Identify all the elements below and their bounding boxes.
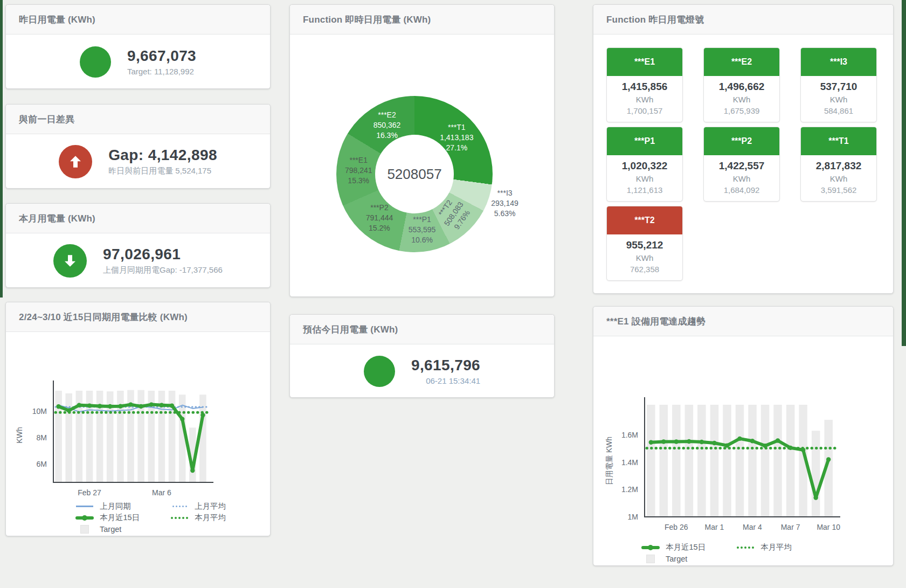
svg-text:日用電量 KWh: 日用電量 KWh	[605, 437, 613, 485]
panel-yesterday-usage: 昨日用電量 (KWh) 9,667,073 Target: 11,128,992	[5, 4, 271, 89]
stat-value: 97,026,961	[103, 246, 223, 263]
legend-item[interactable]: 本月近15日	[640, 542, 735, 553]
tile-unit: KWh	[706, 95, 777, 104]
tile-unit: KWh	[609, 253, 680, 262]
dashboard: 昨日用電量 (KWh) 9,667,073 Target: 11,128,992…	[0, 0, 906, 588]
legend-item[interactable]: 本月平均	[169, 512, 264, 523]
status-tiles-grid: ***E11,415,856KWh1,700,157***E21,496,662…	[593, 34, 893, 294]
panel-title: 預估今日用電量 (KWh)	[303, 323, 398, 336]
stat-timestamp: 06-21 15:34:41	[411, 376, 480, 385]
panel-day-gap: 與前一日差異 Gap: 4,142,898 昨日與前日用電量 5,524,175	[5, 104, 271, 189]
tile-target: 1,675,939	[706, 106, 777, 115]
panel-header: 與前一日差異	[6, 105, 270, 134]
panel-title: 昨日用電量 (KWh)	[19, 13, 95, 26]
arrow-down-icon	[53, 244, 87, 278]
svg-text:Mar 10: Mar 10	[817, 523, 840, 531]
svg-text:1.4M: 1.4M	[621, 458, 638, 467]
e1-trend-legend: 本月近15日本月平均Target	[640, 542, 829, 564]
panel-header: Function 昨日用電燈號	[593, 5, 893, 34]
tile-i3: ***I3537,710KWh584,861	[800, 47, 877, 122]
tile-p2: ***P21,422,557KWh1,684,092	[703, 127, 780, 202]
svg-text:Mar 4: Mar 4	[743, 523, 762, 531]
panel-compare-chart: 2/24~3/10 近15日同期用電量比較 (KWh) 6M8M10MFeb 2…	[5, 302, 271, 536]
legend-item[interactable]: 上月平均	[169, 501, 264, 512]
svg-text:Feb 27: Feb 27	[78, 488, 101, 497]
svg-text:Mar 7: Mar 7	[781, 523, 800, 531]
panel-title: ***E1 設備用電達成趨勢	[606, 315, 706, 328]
stat-value: Gap: 4,142,898	[108, 147, 217, 164]
panel-header: ***E1 設備用電達成趨勢	[593, 307, 893, 336]
panel-estimate-today: 預估今日用電量 (KWh) 9,615,796 06-21 15:34:41	[289, 314, 555, 398]
legend-item[interactable]: Target	[640, 553, 735, 564]
legend-item[interactable]: 上月同期	[74, 501, 169, 512]
right-edge-strip	[902, 0, 906, 346]
svg-text:KWh: KWh	[15, 427, 24, 443]
donut-slice-label: ***E2850,36216.3%	[374, 110, 401, 141]
donut-slice-label: ***P1553,59510.6%	[409, 215, 436, 245]
tile-label: ***T1	[801, 127, 876, 155]
panel-title: 2/24~3/10 近15日同期用電量比較 (KWh)	[19, 311, 188, 323]
stat-value: 9,667,073	[127, 47, 196, 65]
tile-label: ***P1	[607, 127, 682, 155]
tile-target: 1,700,157	[609, 106, 680, 115]
donut-slice-label: ***I3293,1495.63%	[491, 188, 518, 218]
panel-header: Function 即時日用電量 (KWh)	[290, 5, 554, 34]
svg-text:8M: 8M	[37, 433, 47, 442]
tile-target: 584,861	[803, 106, 874, 115]
tile-value: 2,817,832	[803, 160, 874, 172]
panel-title: 與前一日差異	[19, 113, 74, 126]
svg-text:1.2M: 1.2M	[621, 485, 638, 494]
tile-value: 955,212	[609, 239, 680, 251]
tile-target: 3,591,562	[803, 185, 874, 195]
tile-unit: KWh	[609, 95, 680, 104]
tile-value: 1,020,322	[609, 160, 680, 172]
svg-text:Mar 6: Mar 6	[152, 488, 171, 497]
panel-header: 本月用電量 (KWh)	[6, 204, 270, 233]
tile-value: 1,415,856	[609, 81, 680, 93]
panel-realtime-donut: Function 即時日用電量 (KWh) 5208057 ***T11,413…	[289, 4, 555, 297]
svg-text:1M: 1M	[628, 513, 638, 521]
donut-slice-label: ***E1798,24115.3%	[345, 155, 372, 186]
tile-unit: KWh	[609, 174, 680, 183]
panel-title: Function 即時日用電量 (KWh)	[303, 13, 431, 26]
panel-month-usage: 本月用電量 (KWh) 97,026,961 上個月同期用電Gap: -17,3…	[5, 203, 271, 288]
donut-slice-label: ***P2791,44415.2%	[366, 203, 393, 233]
svg-text:Mar 1: Mar 1	[705, 523, 724, 531]
donut-chart: 5208057 ***T11,413,18327.1%***I3293,1495…	[336, 96, 493, 252]
tile-e1: ***E11,415,856KWh1,700,157	[606, 47, 683, 122]
tile-label: ***T2	[607, 206, 682, 234]
tile-t2: ***T2955,212KWh762,358	[606, 206, 683, 281]
tile-value: 537,710	[803, 81, 874, 93]
tile-value: 1,422,557	[706, 160, 777, 172]
svg-text:Feb 26: Feb 26	[665, 523, 688, 531]
left-edge-strip	[0, 0, 3, 298]
panel-e1-trend: ***E1 設備用電達成趨勢 1M1.2M1.4M1.6MFeb 26Mar 1…	[593, 306, 894, 566]
tile-label: ***E2	[704, 48, 779, 76]
stat-value: 9,615,796	[411, 357, 480, 374]
tile-label: ***E1	[607, 48, 682, 76]
tile-unit: KWh	[803, 95, 874, 104]
svg-text:6M: 6M	[37, 460, 47, 468]
status-circle-icon	[80, 46, 111, 78]
legend-item[interactable]: Target	[74, 523, 169, 535]
tile-value: 1,496,662	[706, 81, 777, 93]
svg-text:10M: 10M	[32, 407, 47, 416]
panel-header: 昨日用電量 (KWh)	[6, 5, 270, 34]
tile-label: ***P2	[704, 127, 779, 155]
tile-unit: KWh	[706, 174, 777, 183]
legend-item[interactable]: 本月平均	[735, 542, 829, 553]
tile-target: 1,121,613	[609, 185, 680, 195]
donut-slice-label: ***T11,413,18327.1%	[440, 122, 473, 153]
legend-item[interactable]: 本月近15日	[74, 512, 169, 523]
tile-unit: KWh	[803, 174, 874, 183]
svg-text:1.6M: 1.6M	[621, 431, 638, 439]
e1-trend-chart: 1M1.2M1.4M1.6MFeb 26Mar 1Mar 4Mar 7Mar 1…	[593, 336, 893, 542]
stat-subtitle: 昨日與前日用電量 5,524,175	[108, 166, 217, 176]
stat-subtitle: Target: 11,128,992	[127, 67, 196, 76]
compare-chart-legend: 上月同期上月平均本月近15日本月平均Target	[74, 501, 264, 535]
panel-header: 預估今日用電量 (KWh)	[290, 315, 554, 344]
tile-e2: ***E21,496,662KWh1,675,939	[703, 47, 780, 122]
stat-subtitle: 上個月同期用電Gap: -17,377,566	[103, 265, 223, 275]
panel-header: 2/24~3/10 近15日同期用電量比較 (KWh)	[6, 302, 270, 332]
panel-status-lights: Function 昨日用電燈號 ***E11,415,856KWh1,700,1…	[593, 4, 894, 294]
